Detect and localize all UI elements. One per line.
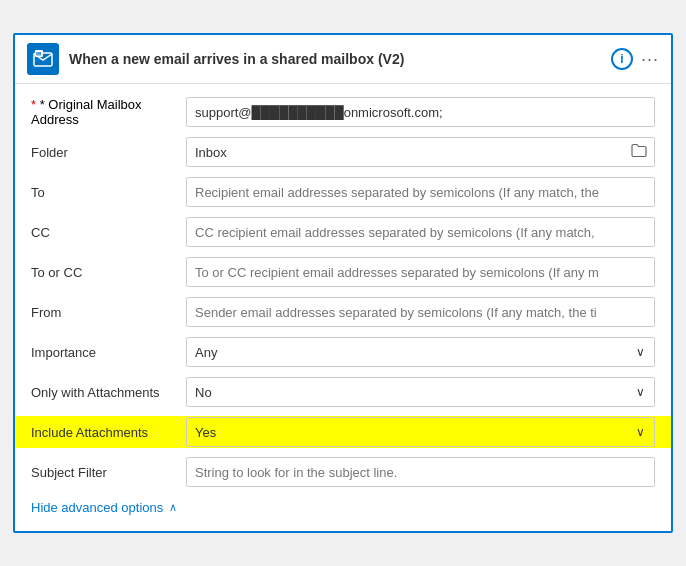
to-input[interactable] [186,177,655,207]
header-actions: i ··· [611,48,659,70]
folder-icon [631,144,647,161]
from-input[interactable] [186,297,655,327]
importance-label: Importance [31,345,186,360]
header-title: When a new email arrives in a shared mai… [69,51,601,67]
only-with-attachments-label: Only with Attachments [31,385,186,400]
cc-row: CC [31,216,655,248]
hide-advanced-label: Hide advanced options [31,500,163,515]
info-button[interactable]: i [611,48,633,70]
importance-row: Importance Any Low Normal High ∨ [31,336,655,368]
include-attachments-select-wrap: Yes No ∨ [186,417,655,447]
from-label: From [31,305,186,320]
include-attachments-select[interactable]: Yes No [186,417,655,447]
original-mailbox-label: * * Original Mailbox Address [31,97,186,127]
to-label: To [31,185,186,200]
trigger-card: ✉ When a new email arrives in a shared m… [13,33,673,533]
subject-filter-input[interactable] [186,457,655,487]
cc-label: CC [31,225,186,240]
subject-filter-label: Subject Filter [31,465,186,480]
to-or-cc-input[interactable] [186,257,655,287]
original-mailbox-row: * * Original Mailbox Address [31,96,655,128]
more-button[interactable]: ··· [641,49,659,70]
cc-input[interactable] [186,217,655,247]
to-or-cc-row: To or CC [31,256,655,288]
subject-filter-row: Subject Filter [31,456,655,488]
svg-text:✉: ✉ [36,51,41,57]
original-mailbox-input[interactable] [186,97,655,127]
folder-input-wrap [186,137,655,167]
only-with-attachments-select[interactable]: No Yes [186,377,655,407]
importance-select[interactable]: Any Low Normal High [186,337,655,367]
required-star: * [31,97,40,112]
card-header: ✉ When a new email arrives in a shared m… [15,35,671,84]
hide-advanced-button[interactable]: Hide advanced options ∧ [31,496,655,519]
include-attachments-label: Include Attachments [31,425,186,440]
include-attachments-row: Include Attachments Yes No ∨ [15,416,671,448]
folder-row: Folder [31,136,655,168]
to-or-cc-label: To or CC [31,265,186,280]
only-with-attachments-select-wrap: No Yes ∨ [186,377,655,407]
card-body: * * Original Mailbox Address Folder To [15,84,671,531]
importance-select-wrap: Any Low Normal High ∨ [186,337,655,367]
to-row: To [31,176,655,208]
chevron-up-icon: ∧ [169,501,177,514]
app-icon: ✉ [27,43,59,75]
folder-input[interactable] [186,137,655,167]
only-with-attachments-row: Only with Attachments No Yes ∨ [31,376,655,408]
from-row: From [31,296,655,328]
folder-label: Folder [31,145,186,160]
